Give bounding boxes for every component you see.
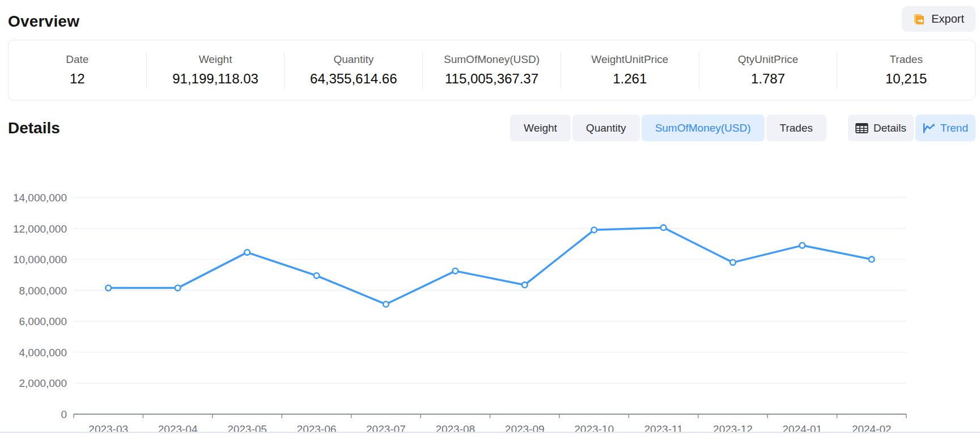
data-point-marker[interactable] [661,225,667,230]
y-tick-label: 8,000,000 [19,285,67,297]
stat-label: SumOfMoney(USD) [444,53,540,66]
x-tick-label: 2023-11 [644,423,682,432]
overview-heading: Overview [8,12,79,31]
stat-value: 1.787 [751,71,785,87]
details-toolbar: Details Weight Quantity SumOfMoney(USD) … [8,115,975,141]
data-point-marker[interactable] [105,285,111,291]
stat-date: Date 12 [9,52,147,89]
y-tick-label: 14,000,000 [13,192,67,204]
data-point-marker[interactable] [800,243,805,248]
stat-value: 12 [70,71,85,87]
stat-label: Date [66,53,88,66]
x-tick-label: 2023-04 [158,423,198,432]
bottom-divider [0,432,980,433]
tab-label: SumOfMoney(USD) [655,122,751,134]
x-tick-label: 2024-02 [852,423,892,432]
view-tab-group: Details Trend [848,115,975,141]
stat-value: 10,215 [885,71,927,87]
x-tick-label: 2023-10 [574,423,614,432]
tab-weight[interactable]: Weight [510,115,571,141]
data-point-marker[interactable] [869,256,875,262]
stat-value: 115,005,367.37 [445,71,538,87]
export-file-icon [912,12,926,26]
stat-qty-unit-price: QtyUnitPrice 1.787 [699,52,838,89]
data-point-marker[interactable] [522,282,528,288]
y-tick-label: 2,000,000 [19,377,67,389]
details-heading: Details [8,119,60,137]
y-tick-label: 10,000,000 [13,254,67,266]
data-point-marker[interactable] [591,227,597,233]
table-icon [855,123,868,134]
stat-label: Weight [199,53,232,66]
y-tick-label: 0 [61,408,67,420]
export-button[interactable]: Export [902,6,975,32]
x-tick-label: 2023-03 [88,423,128,432]
export-button-label: Export [931,12,964,26]
x-tick-label: 2023-09 [505,423,545,432]
tab-label: Quantity [586,122,626,134]
tab-details-view[interactable]: Details [848,115,914,141]
x-tick-label: 2023-08 [435,423,475,432]
tab-trades[interactable]: Trades [766,115,826,141]
stat-value: 64,355,614.66 [310,71,397,87]
dashboard-page: Overview Export Date 12 Weight 91,199,11… [0,0,980,434]
x-tick-label: 2023-06 [297,423,337,432]
data-point-marker[interactable] [452,268,458,274]
tab-quantity[interactable]: Quantity [572,115,640,141]
stat-quantity: Quantity 64,355,614.66 [285,52,423,89]
x-tick-label: 2023-12 [713,423,753,432]
trend-icon [923,123,935,134]
x-tick-label: 2023-05 [227,423,267,432]
x-tick-label: 2023-07 [366,423,406,432]
tab-label: Trades [780,122,813,134]
tab-label: Weight [524,122,557,134]
y-tick-label: 4,000,000 [19,347,67,359]
x-tick-label: 2024-01 [783,423,822,432]
data-point-marker[interactable] [314,273,320,279]
tab-label: Details [873,122,906,134]
stat-value: 91,199,118.03 [172,71,258,87]
stat-weight: Weight 91,199,118.03 [147,52,285,89]
tab-sum-of-money[interactable]: SumOfMoney(USD) [642,115,765,141]
overview-stats-card: Date 12 Weight 91,199,118.03 Quantity 64… [8,40,975,100]
metric-tab-group: Weight Quantity SumOfMoney(USD) Trades [510,115,826,141]
stat-weight-unit-price: WeightUnitPrice 1.261 [561,52,699,89]
data-point-marker[interactable] [730,260,736,266]
trend-line [108,227,872,304]
stat-label: Quantity [333,53,374,66]
stat-sum-of-money: SumOfMoney(USD) 115,005,367.37 [423,52,561,89]
tab-trend-view[interactable]: Trend [915,115,975,141]
y-tick-label: 6,000,000 [19,315,67,327]
stat-trades: Trades 10,215 [837,52,975,89]
data-point-marker[interactable] [244,250,250,255]
stat-label: Trades [889,53,922,66]
stat-value: 1.261 [613,71,647,87]
data-point-marker[interactable] [175,285,181,291]
stat-label: WeightUnitPrice [591,53,668,66]
tab-label: Trend [940,122,968,134]
y-tick-label: 12,000,000 [13,223,67,235]
data-point-marker[interactable] [383,301,389,307]
trend-chart[interactable]: 02,000,0004,000,0006,000,0008,000,00010,… [0,170,980,432]
trend-line-chart-svg: 02,000,0004,000,0006,000,0008,000,00010,… [0,170,980,432]
stat-label: QtyUnitPrice [738,53,799,66]
